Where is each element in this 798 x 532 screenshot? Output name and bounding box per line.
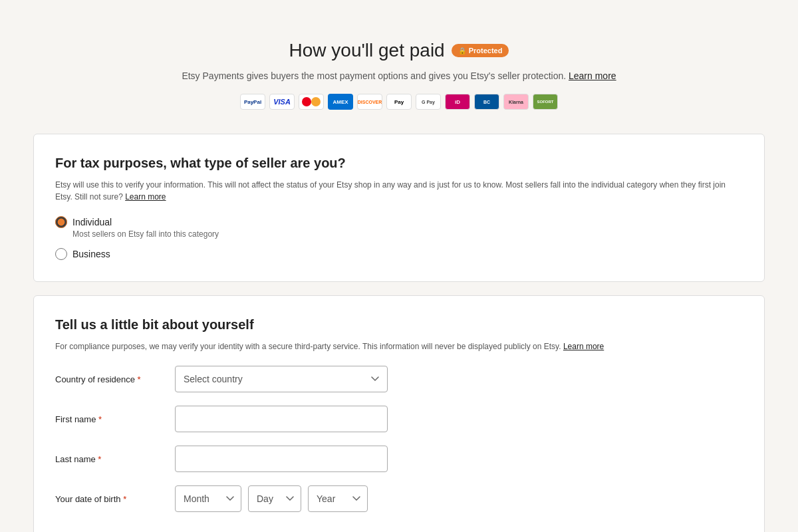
googlepay-icon: G Pay [416,94,441,110]
visa-icon: VISA [269,94,295,110]
business-label: Business [72,249,110,259]
header-title-row: How you'll get paid 🔒 Protected [33,40,765,61]
date-row: Month January February March April May J… [175,485,368,512]
badge-label: Protected [469,47,503,55]
individual-radio-label[interactable]: Individual [55,216,743,228]
tax-card-description: Etsy will use this to verify your inform… [55,179,743,203]
day-select[interactable]: Day 1 2 3 4 5 6 7 8 9 10 11 12 13 14 15 [248,485,301,512]
dob-field: Your date of birth * Month January Febru… [55,485,743,512]
individual-option: Individual Most sellers on Etsy fall int… [55,216,743,239]
business-radio-label[interactable]: Business [55,248,743,260]
individual-label: Individual [72,217,112,227]
tax-learn-more-link[interactable]: Learn more [125,192,166,201]
tax-card-title: For tax purposes, what type of seller ar… [55,156,743,171]
about-card-description: For compliance purposes, we may verify y… [55,340,743,352]
dob-label: Your date of birth * [55,494,162,504]
country-label: Country of residence * [55,374,162,384]
seller-type-radio-group: Individual Most sellers on Etsy fall int… [55,216,743,260]
about-yourself-card: Tell us a little bit about yourself For … [33,295,765,532]
last-name-required-star: * [98,454,101,464]
individual-radio-input[interactable] [55,216,67,228]
page-title: How you'll get paid [289,40,445,61]
learn-more-link-1[interactable]: Learn more [569,70,616,81]
first-name-input[interactable] [175,406,388,432]
protected-badge: 🔒 Protected [452,44,509,57]
header-subtitle: Etsy Payments gives buyers the most paym… [33,69,765,83]
klarna-icon: Klarna [503,94,529,110]
lock-icon: 🔒 [458,47,466,55]
first-name-label: First name * [55,414,162,424]
paypal-icon: PayPal [240,94,265,110]
last-name-input[interactable] [175,446,388,472]
payment-icons-row: PayPal VISA AMEX DISCOVER Pay G Pay iD B… [33,94,765,110]
dob-required-star: * [123,494,126,504]
first-name-field: First name * [55,406,743,432]
last-name-field: Last name * [55,446,743,472]
last-name-label: Last name * [55,454,162,464]
tax-purposes-card: For tax purposes, what type of seller ar… [33,134,765,282]
page-container: How you'll get paid 🔒 Protected Etsy Pay… [33,40,765,532]
individual-sublabel: Most sellers on Etsy fall into this cate… [72,229,743,239]
about-learn-more-link[interactable]: Learn more [563,342,604,351]
discover-icon: DISCOVER [357,94,382,110]
ideal-icon: iD [445,94,470,110]
country-select[interactable]: Select country United States United King… [175,366,388,392]
business-option: Business [55,248,743,260]
bancontact-icon: BC [474,94,499,110]
business-radio-input[interactable] [55,248,67,260]
country-required-star: * [138,374,141,384]
month-select[interactable]: Month January February March April May J… [175,485,241,512]
amex-icon: AMEX [328,94,353,110]
year-select[interactable]: Year 2005 2000 1995 1990 1985 1980 1975 … [308,485,368,512]
sofort-icon: SOFORT [533,94,558,110]
about-card-title: Tell us a little bit about yourself [55,317,743,332]
header-section: How you'll get paid 🔒 Protected Etsy Pay… [33,40,765,110]
applepay-icon: Pay [386,94,412,110]
mastercard-icon [299,94,324,110]
country-field: Country of residence * Select country Un… [55,366,743,392]
first-name-required-star: * [98,414,102,424]
